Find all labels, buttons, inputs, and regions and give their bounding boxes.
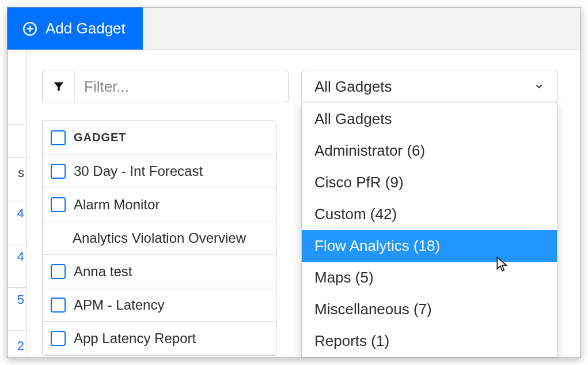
category-dropdown-toggle[interactable]: All Gadgets	[301, 70, 557, 103]
gadget-checkbox[interactable]	[51, 264, 66, 279]
gadget-checkbox[interactable]	[51, 197, 66, 212]
gadget-row-label: App Latency Report	[74, 330, 196, 347]
gadget-row[interactable]: Analytics Violation Overview	[43, 221, 276, 255]
mouse-cursor	[496, 257, 509, 275]
gadget-row[interactable]: Alarm Monitor	[43, 188, 276, 221]
dropdown-option[interactable]: Cisco PfR (9)	[302, 167, 557, 198]
gadget-row[interactable]: 30 Day - Int Forecast	[43, 155, 276, 188]
gadget-row-label: Anna test	[74, 264, 132, 280]
gadget-row[interactable]: APM - Latency	[43, 288, 276, 322]
gutter-text: s	[18, 165, 24, 180]
gadget-row[interactable]: Anna test	[43, 255, 276, 288]
content-area: s 4 4 5 2 All Gadgets	[7, 50, 581, 356]
gutter-number: 4	[17, 206, 24, 221]
dropdown-option[interactable]: Reports (1)	[302, 325, 557, 357]
dropdown-option[interactable]: Custom (42)	[302, 198, 557, 230]
chevron-down-icon	[534, 81, 544, 92]
filter-icon[interactable]	[43, 70, 75, 103]
row-gutter: s 4 4 5 2	[7, 50, 27, 356]
gutter-number: 5	[17, 292, 24, 307]
gadget-row-label: Analytics Violation Overview	[73, 230, 246, 246]
gadget-row-label: APM - Latency	[74, 297, 164, 313]
gadget-checkbox[interactable]	[51, 298, 66, 313]
filter-box	[42, 70, 289, 103]
dropdown-option[interactable]: Administrator (6)	[302, 135, 557, 167]
dropdown-option[interactable]: All Gadgets	[302, 103, 557, 135]
gutter-number: 2	[17, 338, 24, 353]
add-gadget-button[interactable]: Add Gadget	[7, 7, 143, 50]
plus-circle-icon	[22, 21, 37, 36]
category-dropdown-menu: All GadgetsAdministrator (6)Cisco PfR (9…	[301, 103, 557, 358]
gadget-checkbox[interactable]	[51, 331, 66, 346]
dropdown-selected-label: All Gadgets	[314, 78, 392, 96]
gadget-column-header: GADGET	[74, 131, 127, 144]
toolbar: Add Gadget	[7, 7, 581, 50]
dropdown-option[interactable]: Flow Analytics (18)	[302, 230, 557, 262]
gadget-row[interactable]: App Latency Report	[43, 322, 276, 355]
gadget-table: GADGET 30 Day - Int ForecastAlarm Monito…	[42, 121, 276, 356]
dropdown-option[interactable]: Maps (5)	[302, 262, 557, 293]
gadget-checkbox[interactable]	[51, 164, 66, 179]
filter-input[interactable]	[75, 78, 288, 96]
gadget-row-label: Alarm Monitor	[74, 197, 160, 213]
dropdown-option[interactable]: Miscellaneous (7)	[302, 293, 557, 325]
gadget-table-header-row: GADGET	[43, 121, 276, 155]
filter-row: All Gadgets All GadgetsAdministrator (6)…	[42, 70, 557, 103]
gutter-number: 4	[17, 249, 24, 264]
add-gadget-label: Add Gadget	[45, 20, 126, 37]
category-dropdown: All Gadgets All GadgetsAdministrator (6)…	[301, 70, 557, 103]
gadget-row-label: 30 Day - Int Forecast	[74, 163, 203, 179]
select-all-checkbox[interactable]	[51, 130, 66, 145]
app-frame: Add Gadget s 4 4 5 2	[7, 7, 581, 358]
